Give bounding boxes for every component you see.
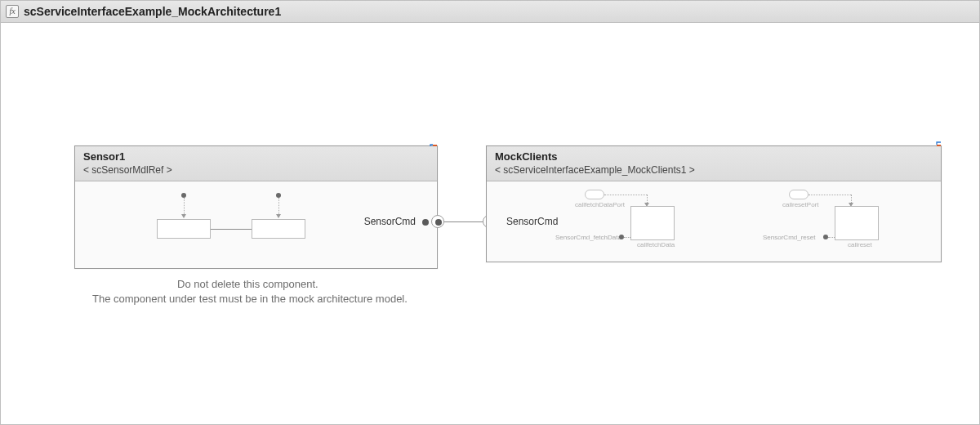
component-name: Sensor1 — [83, 150, 429, 163]
subblock-callfetchdata — [630, 206, 675, 240]
model-window: fx scServiceInterfaceExample_MockArchite… — [0, 0, 980, 425]
label-sensorcmd-fetchdata: SensorCmd_fetchData — [555, 234, 621, 241]
titlebar: fx scServiceInterfaceExample_MockArchite… — [1, 1, 979, 23]
diagram-wire — [184, 198, 185, 216]
component-header: MockClients < scServiceInterfaceExample_… — [487, 146, 941, 181]
diagram-wire — [828, 237, 835, 238]
diagram-canvas[interactable]: Sensor1 < scSensorMdlRef > SensorCmd — [1, 23, 979, 424]
caller-block-icon — [585, 190, 604, 199]
label-callfetchdataport: callfetchDataPort — [575, 201, 625, 208]
port-provided-icon[interactable] — [431, 215, 444, 228]
component-mockclients[interactable]: MockClients < scServiceInterfaceExample_… — [486, 145, 942, 262]
label-callreset: callreset — [848, 241, 872, 248]
component-name: MockClients — [495, 150, 933, 163]
component-sensor1[interactable]: Sensor1 < scSensorMdlRef > SensorCmd — [74, 145, 438, 269]
port-dot-icon — [435, 219, 442, 226]
port-label-sensorcmd-in: SensorCmd — [506, 216, 558, 227]
label-sensorcmd-reset: SensorCmd_reset — [763, 234, 815, 241]
port-label-sensorcmd-out: SensorCmd — [364, 216, 416, 227]
caller-block-icon — [789, 190, 808, 199]
label-callresetport: callresetPort — [782, 201, 818, 208]
diagram-wire — [211, 229, 252, 230]
port-sensorcmd-out[interactable] — [422, 219, 429, 226]
fx-icon: fx — [6, 5, 19, 18]
subblock — [157, 219, 211, 239]
component-ref: < scServiceInterfaceExample_MockClients1… — [495, 164, 933, 176]
component-body: SensorCmd callfetchDataPort callfetchDat… — [487, 181, 941, 262]
arrow-down-icon — [181, 214, 186, 218]
label-callfetchdata: callfetchData — [637, 241, 675, 248]
diagram-wire — [624, 237, 630, 238]
connector-sensorcmd[interactable] — [444, 221, 483, 222]
caption-line2: The component under test must be in the … — [92, 293, 408, 305]
subblock-callreset — [835, 206, 879, 240]
diagram-wire — [278, 198, 279, 216]
diagram-wire — [604, 195, 647, 195]
arrow-down-icon — [276, 214, 281, 218]
component-ref: < scSensorMdlRef > — [83, 164, 429, 176]
subblock — [252, 219, 305, 239]
component-header: Sensor1 < scSensorMdlRef > — [75, 146, 437, 181]
window-title: scServiceInterfaceExample_MockArchitectu… — [24, 5, 281, 18]
component-body: SensorCmd — [75, 181, 437, 268]
diagram-wire — [808, 195, 851, 195]
caption-line1: Do not delete this component. — [177, 278, 318, 290]
